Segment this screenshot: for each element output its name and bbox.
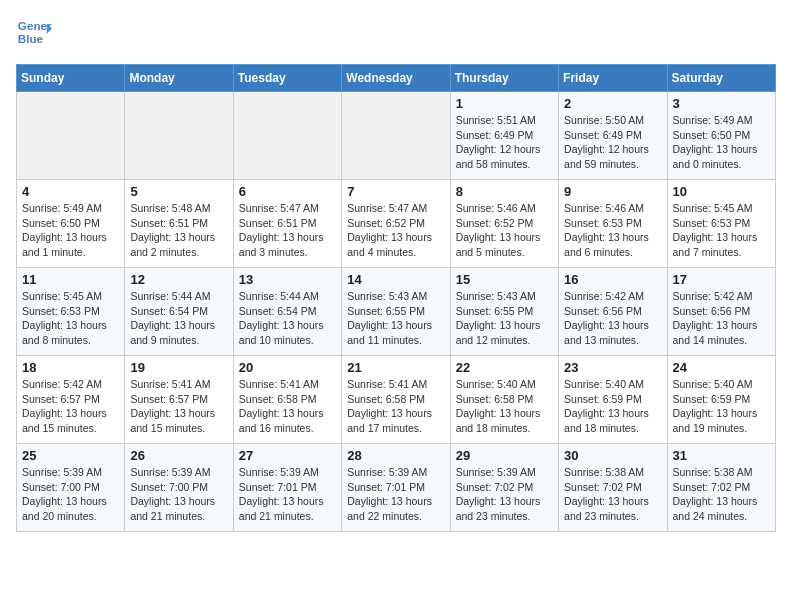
day-detail: Sunrise: 5:42 AM Sunset: 6:57 PM Dayligh… <box>22 377 119 436</box>
day-detail: Sunrise: 5:39 AM Sunset: 7:01 PM Dayligh… <box>347 465 444 524</box>
calendar-cell <box>17 92 125 180</box>
calendar-week-1: 1Sunrise: 5:51 AM Sunset: 6:49 PM Daylig… <box>17 92 776 180</box>
day-number: 21 <box>347 360 444 375</box>
day-detail: Sunrise: 5:42 AM Sunset: 6:56 PM Dayligh… <box>564 289 661 348</box>
day-detail: Sunrise: 5:40 AM Sunset: 6:59 PM Dayligh… <box>564 377 661 436</box>
day-number: 18 <box>22 360 119 375</box>
logo-icon: General Blue <box>16 16 52 52</box>
day-number: 23 <box>564 360 661 375</box>
calendar-cell: 30Sunrise: 5:38 AM Sunset: 7:02 PM Dayli… <box>559 444 667 532</box>
day-number: 25 <box>22 448 119 463</box>
day-detail: Sunrise: 5:49 AM Sunset: 6:50 PM Dayligh… <box>22 201 119 260</box>
calendar-cell <box>342 92 450 180</box>
day-detail: Sunrise: 5:42 AM Sunset: 6:56 PM Dayligh… <box>673 289 770 348</box>
day-header-saturday: Saturday <box>667 65 775 92</box>
calendar-week-5: 25Sunrise: 5:39 AM Sunset: 7:00 PM Dayli… <box>17 444 776 532</box>
day-number: 24 <box>673 360 770 375</box>
day-detail: Sunrise: 5:51 AM Sunset: 6:49 PM Dayligh… <box>456 113 553 172</box>
day-detail: Sunrise: 5:44 AM Sunset: 6:54 PM Dayligh… <box>239 289 336 348</box>
calendar-cell: 28Sunrise: 5:39 AM Sunset: 7:01 PM Dayli… <box>342 444 450 532</box>
day-detail: Sunrise: 5:46 AM Sunset: 6:53 PM Dayligh… <box>564 201 661 260</box>
calendar-cell: 25Sunrise: 5:39 AM Sunset: 7:00 PM Dayli… <box>17 444 125 532</box>
calendar-cell: 11Sunrise: 5:45 AM Sunset: 6:53 PM Dayli… <box>17 268 125 356</box>
calendar-cell <box>125 92 233 180</box>
day-detail: Sunrise: 5:43 AM Sunset: 6:55 PM Dayligh… <box>347 289 444 348</box>
day-number: 6 <box>239 184 336 199</box>
calendar-cell: 7Sunrise: 5:47 AM Sunset: 6:52 PM Daylig… <box>342 180 450 268</box>
calendar-cell: 1Sunrise: 5:51 AM Sunset: 6:49 PM Daylig… <box>450 92 558 180</box>
calendar-cell: 5Sunrise: 5:48 AM Sunset: 6:51 PM Daylig… <box>125 180 233 268</box>
day-number: 5 <box>130 184 227 199</box>
calendar-cell: 24Sunrise: 5:40 AM Sunset: 6:59 PM Dayli… <box>667 356 775 444</box>
day-number: 11 <box>22 272 119 287</box>
calendar-cell: 13Sunrise: 5:44 AM Sunset: 6:54 PM Dayli… <box>233 268 341 356</box>
day-number: 14 <box>347 272 444 287</box>
calendar-week-2: 4Sunrise: 5:49 AM Sunset: 6:50 PM Daylig… <box>17 180 776 268</box>
day-detail: Sunrise: 5:40 AM Sunset: 6:59 PM Dayligh… <box>673 377 770 436</box>
day-detail: Sunrise: 5:48 AM Sunset: 6:51 PM Dayligh… <box>130 201 227 260</box>
day-number: 30 <box>564 448 661 463</box>
calendar-body: 1Sunrise: 5:51 AM Sunset: 6:49 PM Daylig… <box>17 92 776 532</box>
day-number: 4 <box>22 184 119 199</box>
day-detail: Sunrise: 5:47 AM Sunset: 6:51 PM Dayligh… <box>239 201 336 260</box>
calendar-cell: 29Sunrise: 5:39 AM Sunset: 7:02 PM Dayli… <box>450 444 558 532</box>
day-number: 2 <box>564 96 661 111</box>
calendar-cell: 26Sunrise: 5:39 AM Sunset: 7:00 PM Dayli… <box>125 444 233 532</box>
day-detail: Sunrise: 5:40 AM Sunset: 6:58 PM Dayligh… <box>456 377 553 436</box>
day-detail: Sunrise: 5:47 AM Sunset: 6:52 PM Dayligh… <box>347 201 444 260</box>
calendar-cell: 21Sunrise: 5:41 AM Sunset: 6:58 PM Dayli… <box>342 356 450 444</box>
day-detail: Sunrise: 5:41 AM Sunset: 6:57 PM Dayligh… <box>130 377 227 436</box>
calendar-cell: 15Sunrise: 5:43 AM Sunset: 6:55 PM Dayli… <box>450 268 558 356</box>
day-number: 31 <box>673 448 770 463</box>
calendar-cell: 10Sunrise: 5:45 AM Sunset: 6:53 PM Dayli… <box>667 180 775 268</box>
calendar-header-row: SundayMondayTuesdayWednesdayThursdayFrid… <box>17 65 776 92</box>
calendar-cell <box>233 92 341 180</box>
day-detail: Sunrise: 5:44 AM Sunset: 6:54 PM Dayligh… <box>130 289 227 348</box>
calendar-cell: 14Sunrise: 5:43 AM Sunset: 6:55 PM Dayli… <box>342 268 450 356</box>
calendar-cell: 4Sunrise: 5:49 AM Sunset: 6:50 PM Daylig… <box>17 180 125 268</box>
day-detail: Sunrise: 5:41 AM Sunset: 6:58 PM Dayligh… <box>239 377 336 436</box>
calendar-cell: 31Sunrise: 5:38 AM Sunset: 7:02 PM Dayli… <box>667 444 775 532</box>
calendar-cell: 16Sunrise: 5:42 AM Sunset: 6:56 PM Dayli… <box>559 268 667 356</box>
day-detail: Sunrise: 5:39 AM Sunset: 7:01 PM Dayligh… <box>239 465 336 524</box>
calendar-cell: 8Sunrise: 5:46 AM Sunset: 6:52 PM Daylig… <box>450 180 558 268</box>
day-number: 7 <box>347 184 444 199</box>
day-header-wednesday: Wednesday <box>342 65 450 92</box>
calendar-cell: 23Sunrise: 5:40 AM Sunset: 6:59 PM Dayli… <box>559 356 667 444</box>
day-number: 1 <box>456 96 553 111</box>
day-number: 9 <box>564 184 661 199</box>
day-number: 28 <box>347 448 444 463</box>
logo: General Blue <box>16 16 52 52</box>
calendar-week-4: 18Sunrise: 5:42 AM Sunset: 6:57 PM Dayli… <box>17 356 776 444</box>
calendar-cell: 20Sunrise: 5:41 AM Sunset: 6:58 PM Dayli… <box>233 356 341 444</box>
day-detail: Sunrise: 5:39 AM Sunset: 7:00 PM Dayligh… <box>22 465 119 524</box>
calendar-cell: 3Sunrise: 5:49 AM Sunset: 6:50 PM Daylig… <box>667 92 775 180</box>
calendar-cell: 18Sunrise: 5:42 AM Sunset: 6:57 PM Dayli… <box>17 356 125 444</box>
svg-text:Blue: Blue <box>18 32 44 45</box>
day-detail: Sunrise: 5:45 AM Sunset: 6:53 PM Dayligh… <box>22 289 119 348</box>
day-header-monday: Monday <box>125 65 233 92</box>
day-header-friday: Friday <box>559 65 667 92</box>
calendar-cell: 9Sunrise: 5:46 AM Sunset: 6:53 PM Daylig… <box>559 180 667 268</box>
day-detail: Sunrise: 5:38 AM Sunset: 7:02 PM Dayligh… <box>673 465 770 524</box>
day-detail: Sunrise: 5:46 AM Sunset: 6:52 PM Dayligh… <box>456 201 553 260</box>
calendar-cell: 22Sunrise: 5:40 AM Sunset: 6:58 PM Dayli… <box>450 356 558 444</box>
day-detail: Sunrise: 5:39 AM Sunset: 7:00 PM Dayligh… <box>130 465 227 524</box>
calendar-cell: 2Sunrise: 5:50 AM Sunset: 6:49 PM Daylig… <box>559 92 667 180</box>
day-number: 26 <box>130 448 227 463</box>
day-number: 8 <box>456 184 553 199</box>
day-number: 17 <box>673 272 770 287</box>
day-detail: Sunrise: 5:49 AM Sunset: 6:50 PM Dayligh… <box>673 113 770 172</box>
day-detail: Sunrise: 5:50 AM Sunset: 6:49 PM Dayligh… <box>564 113 661 172</box>
day-detail: Sunrise: 5:39 AM Sunset: 7:02 PM Dayligh… <box>456 465 553 524</box>
day-number: 20 <box>239 360 336 375</box>
day-number: 3 <box>673 96 770 111</box>
calendar-cell: 27Sunrise: 5:39 AM Sunset: 7:01 PM Dayli… <box>233 444 341 532</box>
day-detail: Sunrise: 5:41 AM Sunset: 6:58 PM Dayligh… <box>347 377 444 436</box>
calendar-cell: 6Sunrise: 5:47 AM Sunset: 6:51 PM Daylig… <box>233 180 341 268</box>
day-detail: Sunrise: 5:43 AM Sunset: 6:55 PM Dayligh… <box>456 289 553 348</box>
day-header-tuesday: Tuesday <box>233 65 341 92</box>
day-number: 19 <box>130 360 227 375</box>
page-header: General Blue <box>16 16 776 52</box>
calendar-cell: 19Sunrise: 5:41 AM Sunset: 6:57 PM Dayli… <box>125 356 233 444</box>
